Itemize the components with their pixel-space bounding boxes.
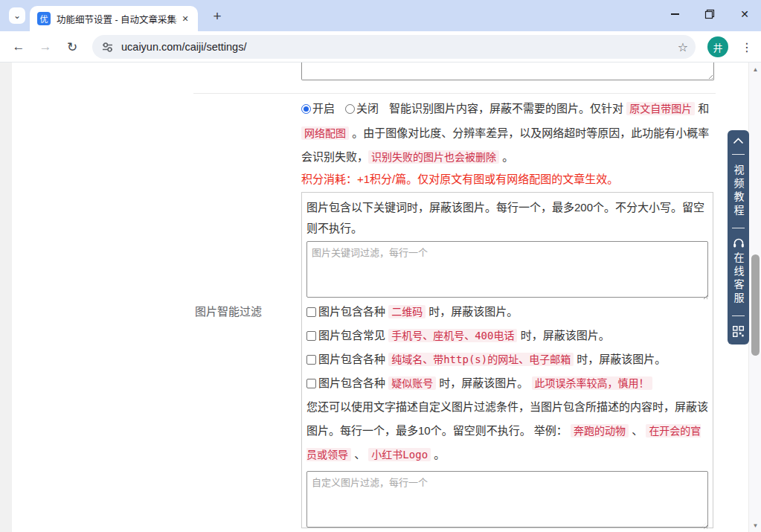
new-tab-button[interactable]: +	[207, 6, 228, 27]
qrcode-checkbox[interactable]	[306, 307, 316, 317]
floating-side-panel: 视频教程 在线客服	[728, 130, 749, 344]
custom-filter-description: 您还可以使用文字描述自定义图片过滤条件，当图片包含所描述的内容时，屏蔽该图片。每…	[306, 395, 708, 467]
qr-code-icon[interactable]	[733, 326, 744, 337]
credit-cost-note: 积分消耗：+1积分/篇。仅对原文有图或有网络配图的文章生效。	[301, 167, 716, 190]
close-icon: ✕	[740, 8, 749, 20]
smart-filter-intro: 开启关闭智能识别图片内容，屏蔽不需要的图片。仅针对 原文自带图片 和 网络配图 …	[301, 97, 716, 170]
window-close-button[interactable]: ✕	[733, 3, 756, 25]
online-service-label: 在线客服	[733, 252, 744, 306]
online-service-button[interactable]: 在线客服	[733, 238, 745, 306]
window-restore-button[interactable]	[699, 3, 721, 25]
image-filter-group: 图片包含以下关键词时，屏蔽该图片。每行一个，最多200个。不分大小写。留空则不执…	[301, 192, 713, 528]
back-icon: ←	[13, 39, 25, 54]
bookmark-star-icon[interactable]: ☆	[678, 40, 688, 54]
phone-option-label[interactable]: 图片包含常见 手机号、座机号、400电话 时，屏蔽该图片。	[318, 329, 610, 342]
tab-title: 功能细节设置 - 自动文章采集器	[57, 12, 177, 26]
panel-divider	[732, 315, 745, 316]
reload-button[interactable]: ↻	[62, 37, 82, 57]
back-button[interactable]: ←	[9, 37, 28, 57]
tab-close-button[interactable]: ✕	[179, 12, 192, 25]
custom-filter-textarea[interactable]	[306, 471, 708, 528]
site-favicon: 优	[37, 12, 51, 25]
chevron-down-icon: ⌄	[13, 10, 21, 21]
forward-button[interactable]: →	[36, 37, 55, 57]
minimize-icon	[671, 13, 679, 14]
tab-search-button[interactable]: ⌄	[9, 7, 25, 24]
plus-icon: +	[213, 8, 221, 25]
url-checkbox[interactable]	[306, 355, 316, 365]
triangle-down-icon: ▼	[753, 522, 759, 529]
panel-divider	[732, 228, 745, 228]
radio-on-label[interactable]: 开启	[312, 102, 335, 115]
resize-grip-icon[interactable]	[706, 72, 713, 79]
restore-icon	[704, 9, 715, 19]
reload-icon: ↻	[67, 39, 77, 55]
scrollbar-thumb[interactable]	[751, 254, 760, 356]
tab-strip: ⌄ 优 功能细节设置 - 自动文章采集器 ✕ + ✕	[0, 0, 761, 31]
radio-on[interactable]	[301, 104, 311, 114]
site-settings-icon[interactable]	[101, 41, 114, 54]
url-option-label[interactable]: 图片包含各种 纯域名、带http(s)的网址、电子邮箱 时，屏蔽该图片。	[318, 353, 666, 365]
scroll-up-button[interactable]: ▲	[749, 64, 761, 74]
page-scrollbar[interactable]: ▲ ▼	[748, 63, 761, 532]
close-icon: ✕	[182, 14, 188, 24]
window-minimize-button[interactable]	[664, 3, 686, 25]
back-to-top-icon[interactable]	[733, 138, 744, 144]
keyword-filter-hint: 图片包含以下关键词时，屏蔽该图片。每行一个，最多200个。不分大小写。留空则不执…	[306, 197, 708, 239]
page-left-margin	[0, 63, 12, 532]
account-checkbox[interactable]	[306, 379, 316, 388]
browser-window: ⌄ 优 功能细节设置 - 自动文章采集器 ✕ + ✕ ← → ↻ ucaiyun…	[0, 0, 761, 532]
filter-option-qrcode: 图片包含各种 二维码 时，屏蔽该图片。	[306, 300, 708, 324]
kebab-icon: ⋮	[741, 40, 753, 54]
previous-settings-textarea[interactable]	[301, 63, 714, 80]
filter-option-phone: 图片包含常见 手机号、座机号、400电话 时，屏蔽该图片。	[306, 324, 708, 347]
section-divider	[193, 93, 716, 94]
radio-off-label[interactable]: 关闭	[356, 102, 379, 115]
browser-menu-button[interactable]: ⋮	[738, 37, 756, 57]
scroll-down-button[interactable]: ▼	[749, 520, 761, 531]
qrcode-option-label[interactable]: 图片包含各种 二维码 时，屏蔽该图片。	[318, 305, 518, 318]
headset-icon	[733, 238, 745, 249]
browser-tab[interactable]: 优 功能细节设置 - 自动文章采集器 ✕	[30, 6, 198, 31]
forward-icon: →	[39, 39, 52, 54]
address-bar[interactable]: ucaiyun.com/caiji/settings/ ☆	[92, 35, 696, 59]
phone-checkbox[interactable]	[306, 331, 316, 341]
field-label-image-smart-filter: 图片智能过滤	[149, 303, 262, 318]
account-option-label[interactable]: 图片包含各种 疑似账号 时，屏蔽该图片。 此项误杀率较高，慎用！	[318, 376, 652, 389]
video-tutorial-button[interactable]: 视频教程	[733, 164, 744, 218]
triangle-up-icon: ▲	[753, 66, 759, 73]
panel-divider	[732, 154, 745, 155]
filter-option-account: 图片包含各种 疑似账号 时，屏蔽该图片。 此项误杀率较高，慎用！	[306, 371, 708, 395]
url-text[interactable]: ucaiyun.com/caiji/settings/	[121, 41, 246, 53]
profile-avatar[interactable]: 井	[707, 36, 728, 57]
filter-option-url: 图片包含各种 纯域名、带http(s)的网址、电子邮箱 时，屏蔽该图片。	[306, 347, 708, 371]
radio-off[interactable]	[345, 104, 355, 114]
keyword-filter-textarea[interactable]	[306, 241, 708, 298]
